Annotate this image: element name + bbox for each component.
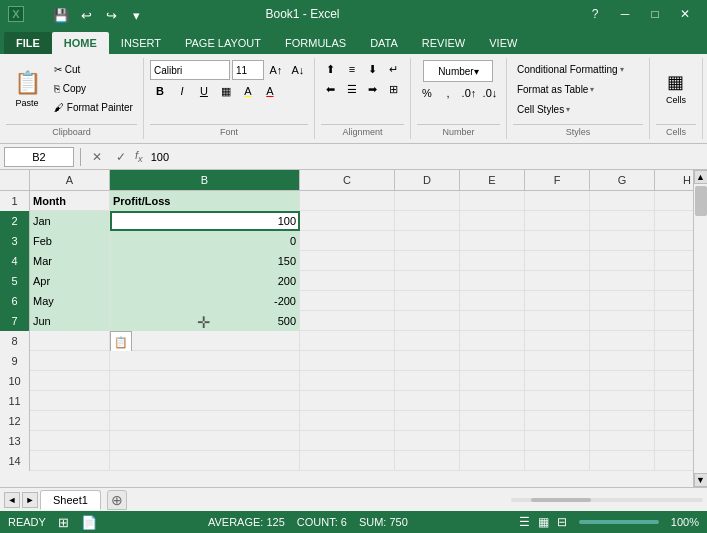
col-header-B[interactable]: B [110, 170, 300, 190]
cell-G11[interactable] [590, 391, 655, 411]
col-header-G[interactable]: G [590, 170, 655, 190]
cell-B4[interactable]: 150 [110, 251, 300, 271]
cell-F10[interactable] [525, 371, 590, 391]
underline-button[interactable]: U [194, 82, 214, 100]
copy-button[interactable]: ⎘ Copy [50, 79, 137, 97]
cell-H14[interactable] [655, 451, 693, 471]
cell-E7[interactable] [460, 311, 525, 331]
tab-formulas[interactable]: FORMULAS [273, 32, 358, 54]
paste-button[interactable]: 📋 Paste [6, 60, 48, 118]
cell-styles-button[interactable]: Cell Styles ▾ [513, 100, 643, 118]
cell-B12[interactable] [110, 411, 300, 431]
align-middle-button[interactable]: ≡ [342, 60, 362, 78]
cell-E5[interactable] [460, 271, 525, 291]
cell-G10[interactable] [590, 371, 655, 391]
minimize-button[interactable]: ─ [611, 4, 639, 24]
cell-C1[interactable] [300, 191, 395, 211]
scroll-sheets-right[interactable]: ► [22, 492, 38, 508]
cell-A13[interactable] [30, 431, 110, 451]
cell-H1[interactable] [655, 191, 693, 211]
cell-A2[interactable]: Jan [30, 211, 110, 231]
cell-F6[interactable] [525, 291, 590, 311]
cell-F7[interactable] [525, 311, 590, 331]
cell-D1[interactable] [395, 191, 460, 211]
row-num-1[interactable]: 1 [0, 191, 30, 211]
border-button[interactable]: ▦ [216, 82, 236, 100]
cell-H2[interactable] [655, 211, 693, 231]
cell-F9[interactable] [525, 351, 590, 371]
cell-B13[interactable] [110, 431, 300, 451]
cell-C7[interactable] [300, 311, 395, 331]
cell-G4[interactable] [590, 251, 655, 271]
cell-B14[interactable] [110, 451, 300, 471]
formula-input[interactable] [147, 147, 703, 167]
decrease-decimal-button[interactable]: .0↓ [480, 84, 500, 102]
cell-C4[interactable] [300, 251, 395, 271]
cell-E10[interactable] [460, 371, 525, 391]
cell-F2[interactable] [525, 211, 590, 231]
align-center-button[interactable]: ☰ [342, 80, 362, 98]
cell-A1[interactable]: Month [30, 191, 110, 211]
cell-E9[interactable] [460, 351, 525, 371]
decrease-font-button[interactable]: A↓ [288, 61, 308, 79]
view-break-icon[interactable]: ⊟ [557, 515, 567, 529]
cell-B9[interactable] [110, 351, 300, 371]
comma-button[interactable]: , [438, 84, 458, 102]
cell-C8[interactable] [300, 331, 395, 351]
cell-G12[interactable] [590, 411, 655, 431]
cell-D4[interactable] [395, 251, 460, 271]
cell-G6[interactable] [590, 291, 655, 311]
cell-B8[interactable]: 📋 [110, 331, 300, 351]
cell-H10[interactable] [655, 371, 693, 391]
cell-E6[interactable] [460, 291, 525, 311]
cell-B2[interactable]: 100 [110, 211, 300, 231]
row-num-7[interactable]: 7 [0, 311, 30, 331]
cell-B5[interactable]: 200 [110, 271, 300, 291]
cell-A14[interactable] [30, 451, 110, 471]
wrap-text-button[interactable]: ↵ [384, 60, 404, 78]
cell-B3[interactable]: 0 [110, 231, 300, 251]
col-header-C[interactable]: C [300, 170, 395, 190]
cell-A5[interactable]: Apr [30, 271, 110, 291]
cell-H8[interactable] [655, 331, 693, 351]
number-format-box[interactable]: Number ▾ [423, 60, 493, 82]
tab-insert[interactable]: INSERT [109, 32, 173, 54]
cell-E13[interactable] [460, 431, 525, 451]
cell-D10[interactable] [395, 371, 460, 391]
cell-E2[interactable] [460, 211, 525, 231]
bold-button[interactable]: B [150, 82, 170, 100]
cell-A6[interactable]: May [30, 291, 110, 311]
align-bottom-button[interactable]: ⬇ [363, 60, 383, 78]
tab-data[interactable]: DATA [358, 32, 410, 54]
cell-C14[interactable] [300, 451, 395, 471]
undo-button[interactable]: ↩ [75, 4, 97, 26]
cells-button[interactable]: ▦ Cells [656, 60, 696, 116]
format-painter-button[interactable]: 🖌 Format Painter [50, 98, 137, 116]
save-button[interactable]: 💾 [50, 4, 72, 26]
cell-E3[interactable] [460, 231, 525, 251]
view-layout-icon[interactable]: ▦ [538, 515, 549, 529]
row-num-12[interactable]: 12 [0, 411, 30, 431]
row-num-5[interactable]: 5 [0, 271, 30, 291]
scroll-sheets-left[interactable]: ◄ [4, 492, 20, 508]
cell-B11[interactable] [110, 391, 300, 411]
confirm-formula-button[interactable]: ✓ [111, 147, 131, 167]
cell-C2[interactable] [300, 211, 395, 231]
cell-D8[interactable] [395, 331, 460, 351]
row-num-11[interactable]: 11 [0, 391, 30, 411]
cell-C3[interactable] [300, 231, 395, 251]
zoom-slider[interactable] [579, 520, 659, 524]
increase-decimal-button[interactable]: .0↑ [459, 84, 479, 102]
scroll-up-button[interactable]: ▲ [694, 170, 708, 184]
cell-B10[interactable] [110, 371, 300, 391]
cell-F3[interactable] [525, 231, 590, 251]
cell-A3[interactable]: Feb [30, 231, 110, 251]
cell-C11[interactable] [300, 391, 395, 411]
align-left-button[interactable]: ⬅ [321, 80, 341, 98]
cell-G7[interactable] [590, 311, 655, 331]
cell-H12[interactable] [655, 411, 693, 431]
cut-button[interactable]: ✂ Cut [50, 60, 137, 78]
cell-C6[interactable] [300, 291, 395, 311]
cell-B6[interactable]: -200 [110, 291, 300, 311]
cell-E8[interactable] [460, 331, 525, 351]
